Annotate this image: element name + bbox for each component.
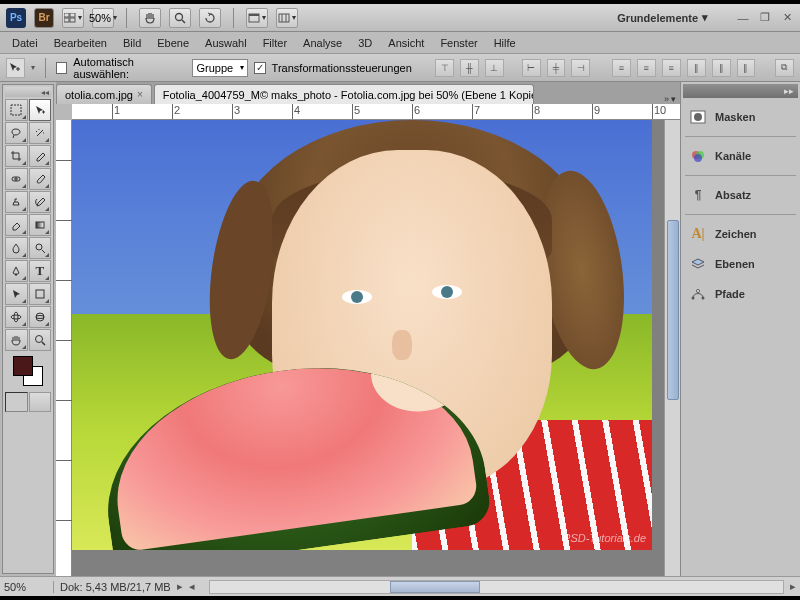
align-top-button[interactable]: ⊤ (435, 59, 454, 77)
panel-masks[interactable]: Masken (683, 102, 798, 132)
transform-controls-checkbox[interactable] (254, 62, 265, 74)
history-brush-tool[interactable] (29, 191, 52, 213)
screen-mode-dropdown[interactable] (246, 8, 268, 28)
workspace-switcher[interactable]: Grundelemente ▾ (617, 11, 708, 24)
distribute-right-button[interactable]: ∥ (737, 59, 756, 77)
document-tab-1[interactable]: Fotolia_4004759_M© maks_photo - Fotolia.… (154, 84, 534, 104)
blur-tool[interactable] (5, 237, 28, 259)
move-tool-indicator[interactable] (6, 58, 25, 78)
tabs-menu-button[interactable]: ▾ (671, 94, 676, 104)
svg-rect-7 (249, 14, 259, 16)
menu-analysis[interactable]: Analyse (295, 34, 350, 52)
auto-select-checkbox[interactable] (56, 62, 67, 74)
svg-point-17 (14, 312, 18, 322)
extras-dropdown[interactable] (276, 8, 298, 28)
scrollbar-thumb[interactable] (667, 220, 679, 400)
shape-tool[interactable] (29, 283, 52, 305)
rotate-view-button[interactable] (199, 8, 221, 28)
layout-dropdown[interactable] (62, 8, 84, 28)
toolbox-header[interactable]: ◂◂ (5, 87, 51, 97)
horizontal-scrollbar[interactable] (209, 580, 784, 594)
foreground-color[interactable] (13, 356, 33, 376)
menu-select[interactable]: Auswahl (197, 34, 255, 52)
standard-mode-button[interactable] (5, 392, 28, 412)
healing-brush-tool[interactable] (5, 168, 28, 190)
align-left-button[interactable]: ⊢ (522, 59, 541, 77)
3d-rotate-tool[interactable] (5, 306, 28, 328)
tabs-overflow-button[interactable]: » (664, 94, 669, 104)
menu-image[interactable]: Bild (115, 34, 149, 52)
distribute-top-button[interactable]: ≡ (612, 59, 631, 77)
scrollbar-thumb[interactable] (390, 581, 480, 593)
distribute-left-button[interactable]: ∥ (687, 59, 706, 77)
svg-point-19 (36, 316, 44, 319)
bridge-logo-icon[interactable]: Br (34, 8, 54, 28)
svg-rect-1 (70, 13, 75, 17)
auto-align-button[interactable]: ⧉ (775, 59, 794, 77)
dodge-tool[interactable] (29, 237, 52, 259)
transform-controls-label: Transformationssteuerungen (272, 62, 412, 74)
document-tab-0[interactable]: otolia.com.jpg × (56, 84, 152, 104)
zoom-tool-button[interactable] (169, 8, 191, 28)
zoom-tool[interactable] (29, 329, 52, 351)
lasso-tool[interactable] (5, 122, 28, 144)
panel-character[interactable]: A| Zeichen (683, 219, 798, 249)
clone-stamp-tool[interactable] (5, 191, 28, 213)
align-right-button[interactable]: ⊣ (571, 59, 590, 77)
marquee-tool[interactable] (5, 99, 28, 121)
pen-tool[interactable] (5, 260, 28, 282)
color-swatches[interactable] (5, 356, 51, 388)
menu-filter[interactable]: Filter (255, 34, 295, 52)
gradient-tool[interactable] (29, 214, 52, 236)
canvas[interactable]: PSD-Tutorials.de (72, 120, 664, 576)
panel-layers[interactable]: Ebenen (683, 249, 798, 279)
menu-edit[interactable]: Bearbeiten (46, 34, 115, 52)
align-vcenter-button[interactable]: ╫ (460, 59, 479, 77)
scroll-left-button[interactable]: ◂ (189, 580, 195, 593)
magic-wand-tool[interactable] (29, 122, 52, 144)
hand-tool-button[interactable] (139, 8, 161, 28)
distribute-vcenter-button[interactable]: ≡ (637, 59, 656, 77)
eyedropper-tool[interactable] (29, 145, 52, 167)
zoom-dropdown[interactable]: 50% (92, 8, 114, 28)
eraser-tool[interactable] (5, 214, 28, 236)
hand-tool[interactable] (5, 329, 28, 351)
menu-3d[interactable]: 3D (350, 34, 380, 52)
brush-tool[interactable] (29, 168, 52, 190)
3d-orbit-tool[interactable] (29, 306, 52, 328)
close-button[interactable]: ✕ (780, 11, 794, 25)
crop-tool[interactable] (5, 145, 28, 167)
vertical-ruler[interactable] (56, 120, 72, 576)
panel-channels[interactable]: Kanäle (683, 141, 798, 171)
watermark-text: PSD-Tutorials.de (563, 532, 646, 544)
menu-view[interactable]: Ansicht (380, 34, 432, 52)
auto-select-dropdown[interactable]: Gruppe (192, 59, 249, 77)
path-selection-tool[interactable] (5, 283, 28, 305)
horizontal-ruler[interactable]: 12345678910 (72, 104, 680, 120)
menu-window[interactable]: Fenster (432, 34, 485, 52)
align-hcenter-button[interactable]: ╪ (547, 59, 566, 77)
align-bottom-button[interactable]: ⊥ (485, 59, 504, 77)
application-frame: Ps Br 50% Grundelemente ▾ — (0, 4, 800, 596)
minimize-button[interactable]: — (736, 11, 750, 25)
distribute-bottom-button[interactable]: ≡ (662, 59, 681, 77)
vertical-scrollbar[interactable] (664, 120, 680, 576)
status-zoom[interactable]: 50% (4, 581, 54, 593)
quickmask-mode-button[interactable] (29, 392, 52, 412)
distribute-hcenter-button[interactable]: ∥ (712, 59, 731, 77)
menu-layer[interactable]: Ebene (149, 34, 197, 52)
panel-paragraph[interactable]: ¶ Absatz (683, 180, 798, 210)
type-tool[interactable]: T (29, 260, 52, 282)
menu-file[interactable]: Datei (4, 34, 46, 52)
scroll-right-button[interactable]: ▸ (790, 580, 796, 593)
menu-help[interactable]: Hilfe (486, 34, 524, 52)
close-icon[interactable]: × (137, 89, 143, 100)
svg-point-4 (176, 13, 183, 20)
restore-button[interactable]: ❐ (758, 11, 772, 25)
panel-paths[interactable]: Pfade (683, 279, 798, 309)
move-tool[interactable] (29, 99, 52, 121)
status-menu-arrow[interactable]: ▸ (177, 580, 183, 593)
svg-rect-13 (36, 222, 44, 228)
panel-header[interactable]: ▸▸ (683, 84, 798, 98)
svg-point-16 (11, 315, 21, 319)
